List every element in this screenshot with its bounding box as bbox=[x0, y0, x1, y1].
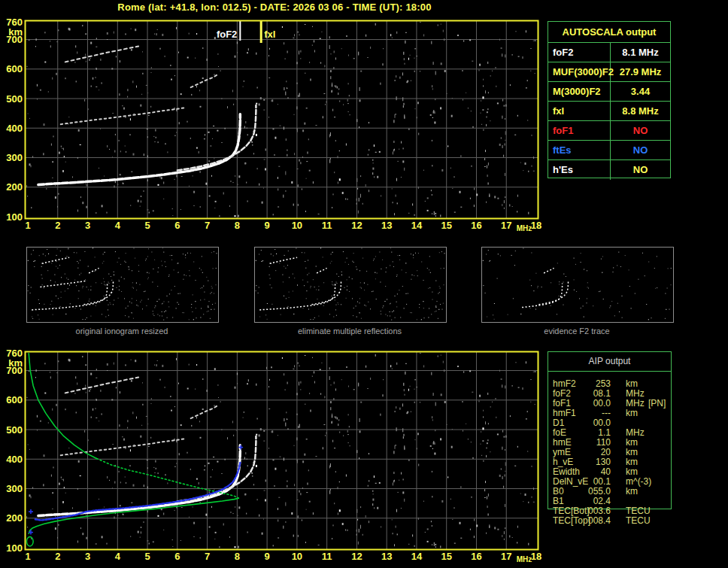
x-tick-label: 17 bbox=[501, 551, 511, 562]
x-axis-unit: MHz bbox=[517, 224, 532, 232]
plot-border bbox=[26, 21, 538, 219]
thumb-noise-layer bbox=[28, 248, 217, 320]
x-tick-label: 12 bbox=[351, 551, 362, 562]
x-tick-label: 14 bbox=[411, 551, 423, 562]
aip-row-hmF1: hmF1---km bbox=[548, 409, 720, 418]
autoscala-row-MUF(3000)F2: MUF(3000)F227.9 MHz bbox=[548, 62, 670, 82]
y-axis-unit: km bbox=[8, 357, 23, 369]
x-tick-label: 18 bbox=[531, 551, 541, 562]
thumb-trace-hop3 bbox=[42, 257, 70, 263]
x-tick-label: 2 bbox=[55, 551, 60, 562]
aip-cell-v: 008.4 bbox=[578, 516, 611, 526]
aip-cell-u: km bbox=[626, 409, 638, 418]
y-tick-label: 100 bbox=[6, 542, 23, 554]
x-tick-label: 2 bbox=[55, 220, 60, 231]
x-axis-unit: MHz bbox=[517, 555, 532, 563]
autoscala-row-value: 3.44 bbox=[611, 82, 670, 101]
y-tick-label: 200 bbox=[6, 512, 23, 524]
x-tick-label: 1 bbox=[25, 551, 30, 562]
axis-labels: 760700600500400300200100km12345678910111… bbox=[6, 17, 541, 232]
autoscala-row-fxI: fxI8.8 MHz bbox=[548, 102, 670, 121]
x-tick-label: 7 bbox=[205, 220, 210, 231]
y-tick-label: 500 bbox=[6, 93, 23, 105]
x-tick-label: 14 bbox=[411, 220, 423, 231]
autoscala-row-label: M(3000)F2 bbox=[548, 82, 611, 101]
x-tick-label: 9 bbox=[265, 220, 270, 231]
y-tick-label: 600 bbox=[6, 394, 23, 405]
thumb-noise-layer bbox=[483, 248, 672, 320]
trace-hop2 bbox=[61, 439, 187, 455]
aip-table-header: AIP output bbox=[548, 352, 671, 372]
x-tick-label: 13 bbox=[381, 220, 392, 231]
noise-layer bbox=[26, 22, 535, 217]
y-tick-label: 600 bbox=[6, 63, 23, 74]
trace-profile_upper_solid bbox=[29, 354, 96, 459]
y-tick-label: 400 bbox=[6, 123, 23, 134]
y-axis-unit: km bbox=[8, 26, 23, 38]
autoscala-row-h'Es: h'EsNO bbox=[548, 160, 670, 180]
noise-layer bbox=[26, 353, 535, 548]
thumb-trace-cusphop bbox=[89, 268, 99, 273]
aip-cell-u: TECU bbox=[626, 516, 651, 526]
y-tick-label: 500 bbox=[6, 424, 23, 436]
trace-main bbox=[38, 445, 240, 516]
autoscala-row-M(3000)F2: M(3000)F23.44 bbox=[548, 82, 670, 102]
x-tick-label: 16 bbox=[471, 551, 481, 562]
x-tick-label: 8 bbox=[235, 551, 240, 562]
x-tick-label: 12 bbox=[351, 220, 362, 231]
trace-cusphop bbox=[191, 405, 218, 418]
autoscala-screen: Rome (lat: +41.8, lon: 012.5) - DATE: 20… bbox=[0, 0, 728, 568]
thumb-traces bbox=[522, 268, 568, 307]
x-tick-label: 9 bbox=[265, 551, 270, 562]
x-tick-label: 6 bbox=[174, 551, 180, 562]
x-tick-label: 3 bbox=[85, 220, 90, 231]
autoscala-row-value: NO bbox=[611, 141, 670, 159]
autoscala-row-foF2: foF28.1 MHz bbox=[548, 43, 670, 62]
autoscala-row-label: ftEs bbox=[548, 141, 611, 159]
autoscala-row-foF1: foF1NO bbox=[548, 121, 670, 141]
thumb-traces bbox=[32, 257, 113, 310]
plot-border bbox=[26, 352, 538, 550]
inversion-overlays bbox=[26, 354, 243, 546]
autoscala-row-label: fxI bbox=[548, 102, 611, 120]
x-tick-label: 6 bbox=[174, 220, 180, 231]
marker-label-foF2: foF2 bbox=[217, 29, 237, 40]
x-tick-label: 13 bbox=[381, 551, 392, 562]
x-tick-label: 4 bbox=[115, 551, 121, 562]
grid-layer bbox=[26, 21, 538, 218]
thumbnail-eliminate-reflections-image bbox=[255, 248, 446, 322]
aip-row-B0: B0055.0km bbox=[548, 487, 720, 497]
autoscala-table-header: AUTOSCALA output bbox=[548, 22, 670, 43]
thumbnail-evidence-f2-trace-image bbox=[482, 248, 673, 322]
thumb-noise-layer bbox=[256, 248, 445, 320]
x-tick-label: 5 bbox=[144, 220, 150, 231]
x-tick-label: 7 bbox=[205, 551, 210, 562]
x-tick-label: 8 bbox=[235, 220, 240, 231]
trace-cusphop bbox=[191, 74, 218, 87]
thumbnail-original-ionogram-image bbox=[27, 248, 218, 322]
trace-hop3 bbox=[65, 47, 138, 62]
trace-eloop bbox=[26, 536, 33, 546]
thumb-trace-xbranch bbox=[538, 280, 568, 305]
thumbnail-eliminate-reflections bbox=[254, 247, 447, 323]
autoscala-row-label: foF1 bbox=[548, 121, 611, 140]
autoscala-row-value: 8.1 MHz bbox=[611, 43, 670, 62]
y-tick-label: 400 bbox=[6, 454, 23, 465]
aip-row-TEC[Top]: TEC[Top]008.4TECU bbox=[548, 516, 720, 526]
autoscala-row-value: 27.9 MHz bbox=[611, 62, 670, 81]
y-tick-label: 200 bbox=[6, 181, 23, 193]
thumbnail-evidence-f2-trace bbox=[481, 247, 674, 323]
thumbnail-original-ionogram bbox=[26, 247, 219, 323]
y-tick-label: 300 bbox=[6, 483, 23, 494]
x-tick-label: 17 bbox=[501, 220, 511, 231]
trace-hop2 bbox=[61, 108, 187, 124]
bottom-ionogram-plot: 760700600500400300200100km12345678910111… bbox=[0, 331, 549, 568]
thumb-trace-cusphop bbox=[317, 268, 326, 273]
autoscala-row-label: h'Es bbox=[548, 160, 611, 180]
autoscala-row-label: MUF(3000)F2 bbox=[548, 62, 611, 81]
thumb-trace-hop3 bbox=[270, 257, 298, 263]
trace-main bbox=[38, 114, 240, 185]
autoscala-row-value: 8.8 MHz bbox=[611, 102, 670, 120]
x-tick-label: 18 bbox=[531, 220, 541, 231]
trace-hop3 bbox=[65, 378, 138, 393]
